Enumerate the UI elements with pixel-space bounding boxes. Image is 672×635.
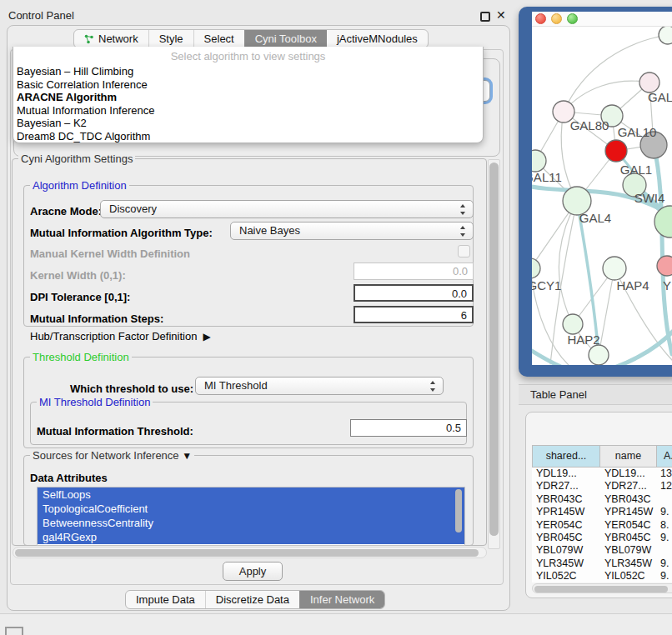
node-label-GAL11: GAL11: [532, 170, 562, 184]
data-attributes-list[interactable]: SelfLoopsTopologicalCoefficientBetweenne…: [37, 487, 465, 546]
tab-cyni-toolbox[interactable]: Cyni Toolbox: [244, 30, 327, 48]
tab-jactivemnodules[interactable]: jActiveMNodules: [327, 30, 428, 48]
algorithm-list: Bayesian – Hill ClimbingBasic Correlatio…: [13, 65, 483, 142]
control-panel-tab-bar: NetworkStyleSelectCyni ToolboxjActiveMNo…: [73, 29, 429, 48]
mi-threshold-group-title: MI Threshold Definition: [37, 396, 153, 408]
spinner-arrows-icon: [459, 204, 467, 216]
aracne-mode-label: Aracne Mode:: [30, 205, 102, 218]
tab-network[interactable]: Network: [74, 30, 148, 48]
table-row[interactable]: YIL052CYIL052C9.: [532, 570, 672, 582]
settings-vertical-scrollbar-thumb[interactable]: [489, 162, 499, 536]
spinner-arrows-icon: [459, 226, 467, 238]
table-row[interactable]: YBR045CYBR045C9.: [532, 532, 672, 544]
tab-select[interactable]: Select: [193, 30, 244, 48]
table-cell: YBR043C: [600, 493, 657, 506]
tab-label: jActiveMNodules: [337, 32, 418, 45]
algorithm-option-mutual-information-inference[interactable]: Mutual Information Inference: [13, 104, 483, 118]
network-node-Y[interactable]: [657, 256, 672, 276]
algorithm-option-aracne-algorithm[interactable]: ARACNE Algorithm: [13, 91, 483, 104]
apply-button[interactable]: Apply: [223, 562, 283, 581]
table-row[interactable]: YBR043CYBR043C: [532, 493, 672, 506]
algorithm-option-bayesian-hill-climbing[interactable]: Bayesian – Hill Climbing: [13, 65, 483, 78]
table-cell: YBL079W: [532, 544, 600, 557]
node-label-HAP4: HAP4: [616, 278, 649, 292]
close-traffic-light-icon[interactable]: [535, 13, 546, 24]
table-row[interactable]: YLR345WYLR345W9.: [532, 558, 672, 570]
node-label-GAL4: GAL4: [579, 211, 611, 225]
table-row[interactable]: YER054CYER054C8.: [532, 519, 672, 532]
network-node-big-green[interactable]: [654, 206, 672, 238]
sources-title-label: Sources for Network Inference: [33, 449, 179, 462]
sources-title[interactable]: Sources for Network Inference ▼: [30, 449, 194, 462]
column-header-name[interactable]: name: [600, 445, 657, 468]
attributes-scrollbar[interactable]: [455, 488, 463, 543]
network-node-GAL1[interactable]: [605, 140, 627, 162]
hub-factor-expander[interactable]: Hub/Transcription Factor Definition ▶: [30, 330, 211, 342]
attribute-item-selfloops[interactable]: SelfLoops: [38, 488, 464, 502]
algorithm-definition-title: Algorithm Definition: [30, 179, 129, 192]
algorithm-option-basic-correlation-inference[interactable]: Basic Correlation Inference: [13, 78, 483, 92]
table-horizontal-scrollbar-thumb[interactable]: [534, 586, 668, 592]
mi-type-label: Mutual Information Algorithm Type:: [30, 227, 213, 239]
table-cell: YLR345W: [532, 558, 600, 570]
cyni-settings-title: Cyni Algorithm Settings: [18, 152, 135, 165]
minimize-traffic-light-icon[interactable]: [551, 13, 562, 24]
table-cell: YIL052C: [600, 570, 657, 582]
algorithm-placeholder: Select algorithm to view settings: [13, 47, 483, 65]
attribute-item-betweennesscentrality[interactable]: BetweennessCentrality: [38, 516, 464, 530]
kernel-width-field[interactable]: 0.0: [354, 262, 474, 280]
tab-discretize-data[interactable]: Discretize Data: [205, 591, 299, 608]
settings-horizontal-scrollbar-thumb[interactable]: [15, 549, 479, 557]
zoom-traffic-light-icon[interactable]: [567, 13, 578, 24]
threshold-definition-title: Threshold Definition: [30, 351, 132, 363]
which-threshold-select[interactable]: MI Threshold: [195, 377, 444, 395]
table-cell: 9.: [657, 558, 672, 570]
node-label-Y: Y: [663, 278, 671, 292]
settings-horizontal-scrollbar[interactable]: [13, 547, 487, 558]
float-window-icon[interactable]: [480, 12, 490, 22]
settings-vertical-scrollbar[interactable]: [488, 159, 500, 549]
mi-algorithm-type-select[interactable]: Naive Bayes: [230, 222, 474, 240]
network-node-GAL11[interactable]: [532, 150, 546, 172]
network-node-GCY1[interactable]: [532, 258, 540, 278]
network-canvas[interactable]: GAL7GAL80GAL10GAL1GAL11SWI4GAL4GCY1HAP4Y…: [532, 27, 672, 365]
table-horizontal-scrollbar[interactable]: [532, 583, 672, 593]
network-node-HAP4[interactable]: [603, 257, 626, 280]
table-row[interactable]: YPR145WYPR145W9.: [532, 506, 672, 518]
mi-type-value: Naive Bayes: [239, 224, 300, 237]
network-node-bottom-node[interactable]: [589, 345, 609, 365]
control-panel-title: Control Panel: [8, 9, 74, 22]
minimized-panel-icon[interactable]: [5, 627, 23, 635]
mi-threshold-field[interactable]: 0.5: [350, 419, 467, 437]
close-icon[interactable]: ✕: [496, 8, 506, 22]
table-cell: YLR345W: [600, 558, 657, 570]
node-label-GCY1: GCY1: [532, 278, 561, 292]
manual-kernel-checkbox[interactable]: [458, 245, 470, 258]
manual-kernel-label: Manual Kernel Width Definition: [30, 248, 190, 260]
mi-threshold-label: Mutual Information Threshold:: [37, 425, 193, 438]
table-cell: YBR045C: [532, 532, 600, 544]
table-row[interactable]: YBL079WYBL079W: [532, 544, 672, 557]
network-node-HAP2[interactable]: [563, 314, 583, 334]
attribute-item-topologicalcoefficient[interactable]: TopologicalCoefficient: [38, 502, 464, 516]
tab-impute-data[interactable]: Impute Data: [126, 591, 205, 608]
spinner-arrows-icon: [429, 381, 437, 392]
dpi-tolerance-field[interactable]: 0.0: [354, 284, 474, 302]
network-node-top-node[interactable]: [659, 27, 672, 44]
table-row[interactable]: YDL19...YDL19...13: [532, 468, 672, 480]
column-header-shared-[interactable]: shared...: [532, 445, 600, 468]
attribute-item-gal4rgexp[interactable]: gal4RGexp: [38, 530, 464, 544]
mi-steps-label: Mutual Information Steps:: [30, 312, 163, 325]
aracne-mode-select[interactable]: Discovery: [100, 200, 474, 218]
chevron-right-icon: ▶: [203, 331, 210, 342]
column-header-a-[interactable]: A...: [657, 445, 672, 468]
tab-style[interactable]: Style: [148, 30, 193, 48]
mi-steps-field[interactable]: 6: [354, 306, 474, 323]
tab-infer-network[interactable]: Infer Network: [299, 591, 384, 608]
algorithm-option-dream8-dc-tdc-algorithm[interactable]: Dream8 DC_TDC Algorithm: [13, 130, 483, 143]
table-row[interactable]: YDR27...YDR27...12: [532, 480, 672, 492]
algorithm-option-bayesian-k2[interactable]: Bayesian – K2: [13, 117, 483, 130]
attributes-scrollbar-thumb[interactable]: [455, 489, 462, 532]
table-cell: [657, 544, 672, 557]
table-body: YDL19...YDL19...13YDR27...YDR27...12YBR0…: [532, 468, 672, 582]
